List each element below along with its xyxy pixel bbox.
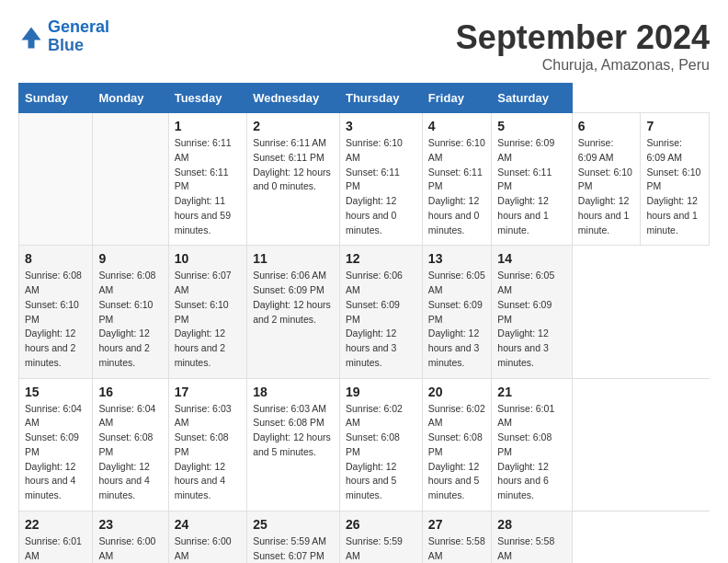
column-header-tuesday: Tuesday [168, 84, 246, 113]
day-info: Sunrise: 6:01 AMSunset: 6:07 PMDaylight:… [25, 534, 86, 563]
day-number: 4 [428, 119, 486, 133]
calendar-week-row: 8Sunrise: 6:08 AMSunset: 6:10 PMDaylight… [19, 246, 710, 378]
day-info: Sunrise: 6:08 AMSunset: 6:10 PMDaylight:… [98, 269, 162, 370]
calendar-cell: 24Sunrise: 6:00 AMSunset: 6:07 PMDayligh… [168, 511, 246, 563]
day-info: Sunrise: 6:08 AMSunset: 6:10 PMDaylight:… [25, 269, 86, 370]
calendar-cell: 16Sunrise: 6:04 AMSunset: 6:08 PMDayligh… [93, 378, 168, 511]
calendar-table: SundayMondayTuesdayWednesdayThursdayFrid… [18, 83, 710, 563]
column-header-wednesday: Wednesday [247, 84, 340, 113]
day-info: Sunrise: 6:10 AMSunset: 6:11 PMDaylight:… [346, 136, 416, 237]
day-info: Sunrise: 6:00 AMSunset: 6:07 PMDaylight:… [175, 534, 241, 563]
day-info: Sunrise: 6:09 AMSunset: 6:10 PMDaylight:… [578, 136, 635, 237]
calendar-cell: 20Sunrise: 6:02 AMSunset: 6:08 PMDayligh… [422, 378, 492, 511]
day-info: Sunrise: 6:10 AMSunset: 6:11 PMDaylight:… [428, 136, 486, 237]
day-number: 27 [428, 517, 486, 532]
calendar-cell: 1Sunrise: 6:11 AMSunset: 6:11 PMDaylight… [168, 113, 246, 246]
day-number: 2 [253, 119, 334, 133]
day-number: 1 [175, 119, 241, 133]
location-subtitle: Churuja, Amazonas, Peru [456, 57, 710, 74]
calendar-cell: 21Sunrise: 6:01 AMSunset: 6:08 PMDayligh… [492, 378, 573, 511]
day-number: 5 [497, 119, 566, 133]
day-number: 7 [646, 119, 703, 133]
day-number: 24 [175, 517, 241, 532]
calendar-cell: 10Sunrise: 6:07 AMSunset: 6:10 PMDayligh… [168, 246, 246, 378]
calendar-cell: 28Sunrise: 5:58 AMSunset: 6:06 PMDayligh… [492, 511, 573, 563]
day-info: Sunrise: 6:06 AMSunset: 6:09 PMDaylight:… [253, 269, 334, 327]
calendar-week-row: 15Sunrise: 6:04 AMSunset: 6:09 PMDayligh… [19, 378, 710, 511]
day-number: 13 [428, 251, 486, 266]
day-info: Sunrise: 6:06 AMSunset: 6:09 PMDaylight:… [346, 269, 416, 370]
day-info: Sunrise: 6:04 AMSunset: 6:09 PMDaylight:… [25, 402, 86, 503]
day-info: Sunrise: 6:09 AMSunset: 6:10 PMDaylight:… [646, 136, 703, 237]
calendar-cell: 12Sunrise: 6:06 AMSunset: 6:09 PMDayligh… [339, 246, 422, 378]
svg-marker-0 [22, 27, 41, 48]
column-header-saturday: Saturday [492, 84, 573, 113]
calendar-cell: 4Sunrise: 6:10 AMSunset: 6:11 PMDaylight… [422, 113, 492, 246]
day-info: Sunrise: 6:07 AMSunset: 6:10 PMDaylight:… [175, 269, 241, 370]
day-info: Sunrise: 5:58 AMSunset: 6:06 PMDaylight:… [428, 534, 486, 563]
calendar-cell: 26Sunrise: 5:59 AMSunset: 6:07 PMDayligh… [339, 511, 422, 563]
calendar-cell [19, 113, 93, 246]
day-info: Sunrise: 6:11 AMSunset: 6:11 PMDaylight:… [253, 136, 334, 194]
column-header-thursday: Thursday [339, 84, 422, 113]
calendar-cell: 8Sunrise: 6:08 AMSunset: 6:10 PMDaylight… [19, 246, 93, 378]
day-info: Sunrise: 6:03 AMSunset: 6:08 PMDaylight:… [175, 402, 241, 503]
day-number: 9 [98, 251, 162, 266]
calendar-cell: 18Sunrise: 6:03 AMSunset: 6:08 PMDayligh… [247, 378, 340, 511]
calendar-cell: 23Sunrise: 6:00 AMSunset: 6:07 PMDayligh… [93, 511, 168, 563]
calendar-cell [93, 113, 168, 246]
day-number: 6 [578, 119, 635, 133]
calendar-cell: 22Sunrise: 6:01 AMSunset: 6:07 PMDayligh… [19, 511, 93, 563]
day-number: 21 [497, 385, 566, 399]
logo-line1: General [48, 17, 109, 36]
logo-text: General Blue [48, 18, 109, 55]
calendar-cell: 15Sunrise: 6:04 AMSunset: 6:09 PMDayligh… [19, 378, 93, 511]
calendar-cell: 11Sunrise: 6:06 AMSunset: 6:09 PMDayligh… [247, 246, 340, 378]
calendar-header-row: SundayMondayTuesdayWednesdayThursdayFrid… [19, 84, 710, 113]
logo-line2: Blue [48, 36, 84, 54]
day-number: 26 [346, 517, 416, 532]
calendar-week-row: 1Sunrise: 6:11 AMSunset: 6:11 PMDaylight… [19, 113, 710, 246]
month-title: September 2024 [456, 18, 710, 57]
calendar-cell: 2Sunrise: 6:11 AMSunset: 6:11 PMDaylight… [247, 113, 340, 246]
calendar-cell: 17Sunrise: 6:03 AMSunset: 6:08 PMDayligh… [168, 378, 246, 511]
logo: General Blue [18, 18, 109, 55]
day-number: 28 [497, 517, 566, 532]
day-info: Sunrise: 6:03 AMSunset: 6:08 PMDaylight:… [253, 402, 334, 460]
calendar-cell: 27Sunrise: 5:58 AMSunset: 6:06 PMDayligh… [422, 511, 492, 563]
day-number: 18 [253, 385, 334, 399]
calendar-cell: 14Sunrise: 6:05 AMSunset: 6:09 PMDayligh… [492, 246, 573, 378]
column-header-sunday: Sunday [19, 84, 93, 113]
day-number: 23 [98, 517, 162, 532]
title-area: September 2024 Churuja, Amazonas, Peru [456, 18, 710, 74]
day-info: Sunrise: 6:02 AMSunset: 6:08 PMDaylight:… [428, 402, 486, 503]
day-info: Sunrise: 6:05 AMSunset: 6:09 PMDaylight:… [497, 269, 566, 370]
logo-icon [18, 24, 44, 50]
calendar-week-row: 22Sunrise: 6:01 AMSunset: 6:07 PMDayligh… [19, 511, 710, 563]
day-info: Sunrise: 6:00 AMSunset: 6:07 PMDaylight:… [98, 534, 162, 563]
day-number: 20 [428, 385, 486, 399]
calendar-cell: 9Sunrise: 6:08 AMSunset: 6:10 PMDaylight… [93, 246, 168, 378]
day-number: 11 [253, 251, 334, 266]
day-info: Sunrise: 6:11 AMSunset: 6:11 PMDaylight:… [175, 136, 241, 237]
calendar-cell: 7Sunrise: 6:09 AMSunset: 6:10 PMDaylight… [641, 113, 710, 246]
day-info: Sunrise: 6:09 AMSunset: 6:11 PMDaylight:… [497, 136, 566, 237]
day-number: 8 [25, 251, 86, 266]
calendar-cell: 6Sunrise: 6:09 AMSunset: 6:10 PMDaylight… [572, 113, 641, 246]
calendar-cell: 19Sunrise: 6:02 AMSunset: 6:08 PMDayligh… [339, 378, 422, 511]
day-number: 10 [175, 251, 241, 266]
calendar-cell: 5Sunrise: 6:09 AMSunset: 6:11 PMDaylight… [492, 113, 573, 246]
day-number: 3 [346, 119, 416, 133]
day-number: 14 [497, 251, 566, 266]
day-number: 15 [25, 385, 86, 399]
day-number: 19 [346, 385, 416, 399]
day-info: Sunrise: 6:02 AMSunset: 6:08 PMDaylight:… [346, 402, 416, 503]
day-info: Sunrise: 6:01 AMSunset: 6:08 PMDaylight:… [497, 402, 566, 503]
day-number: 12 [346, 251, 416, 266]
calendar-cell: 3Sunrise: 6:10 AMSunset: 6:11 PMDaylight… [339, 113, 422, 246]
column-header-monday: Monday [93, 84, 168, 113]
column-header-friday: Friday [422, 84, 492, 113]
day-info: Sunrise: 5:58 AMSunset: 6:06 PMDaylight:… [497, 534, 566, 563]
day-number: 16 [98, 385, 162, 399]
calendar-cell: 13Sunrise: 6:05 AMSunset: 6:09 PMDayligh… [422, 246, 492, 378]
